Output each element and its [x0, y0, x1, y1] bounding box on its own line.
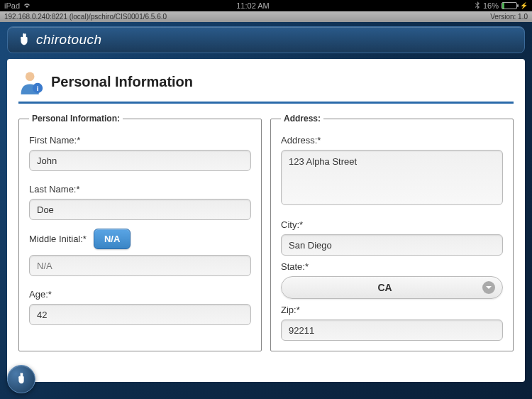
address-input[interactable]: 123 Alpha Street [281, 150, 503, 205]
personal-fieldset: Personal Information: First Name:* Last … [18, 114, 262, 351]
bluetooth-icon [475, 1, 480, 11]
first-name-input[interactable] [29, 150, 251, 171]
chevron-down-icon [482, 281, 495, 294]
svg-point-0 [26, 72, 35, 82]
charging-icon: ⚡ [520, 2, 528, 9]
zip-label: Zip:* [281, 305, 503, 315]
last-name-input[interactable] [29, 199, 251, 220]
middle-initial-label: Middle Initial:* [29, 234, 87, 244]
server-address: 192.168.0.240:8221 (local)/pschiro/CIS00… [4, 13, 167, 21]
state-label: State:* [281, 261, 503, 272]
address-fieldset: Address: Address:* 123 Alpha Street City… [270, 114, 514, 351]
personal-legend: Personal Information: [29, 114, 123, 124]
svg-text:i: i [37, 84, 39, 92]
city-input[interactable] [281, 234, 503, 256]
brand-logo: chirotouch [16, 32, 102, 48]
app-body: chirotouch i Personal Information Person… [0, 22, 532, 399]
page-header: i Personal Information [18, 69, 514, 104]
hand-icon [13, 371, 29, 388]
address-legend: Address: [281, 114, 323, 124]
first-name-label: First Name:* [29, 135, 251, 146]
content-panel: i Personal Information Personal Informat… [7, 59, 525, 382]
form-columns: Personal Information: First Name:* Last … [18, 114, 514, 351]
hand-icon [16, 32, 32, 48]
app-header: chirotouch [7, 26, 525, 53]
page-title: Personal Information [51, 74, 193, 90]
brand-name: chirotouch [36, 32, 102, 48]
state-select[interactable]: CA [281, 276, 503, 299]
battery-icon [501, 2, 517, 9]
carrier-label: iPad [4, 1, 20, 10]
battery-pct-label: 16% [483, 1, 499, 10]
home-button[interactable] [7, 365, 35, 393]
age-input[interactable] [29, 304, 251, 325]
connection-info-bar: 192.168.0.240:8221 (local)/pschiro/CIS00… [0, 11, 532, 22]
middle-initial-input[interactable] [29, 255, 251, 276]
last-name-label: Last Name:* [29, 184, 251, 195]
address-label: Address:* [281, 135, 503, 146]
city-label: City:* [281, 219, 503, 230]
clock-label: 11:02 AM [236, 1, 269, 10]
state-value: CA [377, 282, 392, 293]
age-label: Age:* [29, 289, 251, 300]
zip-input[interactable] [281, 319, 503, 341]
person-info-icon: i [18, 69, 44, 94]
na-button[interactable]: N/A [94, 229, 131, 249]
wifi-icon [23, 1, 31, 10]
ios-status-bar: iPad 11:02 AM 16% ⚡ [0, 0, 532, 11]
version-label: Version: 1.0 [490, 13, 528, 21]
